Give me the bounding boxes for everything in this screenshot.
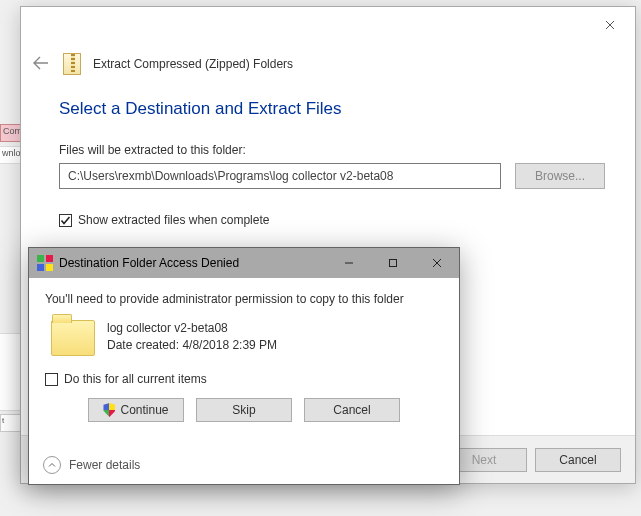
background-row: wnloa <box>0 146 22 164</box>
minimize-icon <box>344 258 354 268</box>
folder-icon <box>51 320 95 356</box>
continue-button[interactable]: Continue <box>88 398 184 422</box>
background-stub: t <box>0 414 22 432</box>
permission-message: You'll need to provide administrator per… <box>45 292 443 306</box>
close-button[interactable] <box>595 13 625 37</box>
destination-path-input[interactable]: C:\Users\rexmb\Downloads\Programs\log co… <box>59 163 501 189</box>
dialog-title: Destination Folder Access Denied <box>59 256 239 270</box>
close-icon <box>605 20 615 30</box>
cancel-button[interactable]: Cancel <box>535 448 621 472</box>
fewer-details-toggle[interactable]: Fewer details <box>43 456 140 474</box>
maximize-icon <box>388 258 398 268</box>
page-heading: Select a Destination and Extract Files <box>59 99 605 119</box>
folder-date-created: Date created: 4/8/2018 2:39 PM <box>107 337 277 354</box>
dialog-close-button[interactable] <box>415 248 459 278</box>
background-pink-tab: Com <box>0 124 22 142</box>
maximize-button[interactable] <box>371 248 415 278</box>
back-arrow-icon[interactable] <box>31 54 51 75</box>
show-files-checkbox[interactable] <box>59 214 72 227</box>
app-icon <box>37 255 53 271</box>
folder-name: log collector v2-beta08 <box>107 320 277 337</box>
minimize-button[interactable] <box>327 248 371 278</box>
access-denied-dialog: Destination Folder Access Denied You'll … <box>28 247 460 485</box>
close-icon <box>432 258 442 268</box>
background-panel <box>0 333 22 411</box>
skip-button[interactable]: Skip <box>196 398 292 422</box>
dialog-titlebar: Destination Folder Access Denied <box>29 248 459 278</box>
continue-label: Continue <box>120 403 168 417</box>
fewer-details-label: Fewer details <box>69 458 140 472</box>
browse-button[interactable]: Browse... <box>515 163 605 189</box>
do-all-checkbox[interactable] <box>45 373 58 386</box>
zip-folder-icon <box>63 53 81 75</box>
uac-shield-icon <box>103 403 115 417</box>
svg-rect-0 <box>390 260 397 267</box>
chevron-up-icon <box>43 456 61 474</box>
dialog-cancel-button[interactable]: Cancel <box>304 398 400 422</box>
checkmark-icon <box>60 215 71 226</box>
window-title: Extract Compressed (Zipped) Folders <box>93 57 293 71</box>
do-all-label: Do this for all current items <box>64 372 207 386</box>
path-label: Files will be extracted to this folder: <box>59 143 605 157</box>
show-files-label: Show extracted files when complete <box>78 213 269 227</box>
